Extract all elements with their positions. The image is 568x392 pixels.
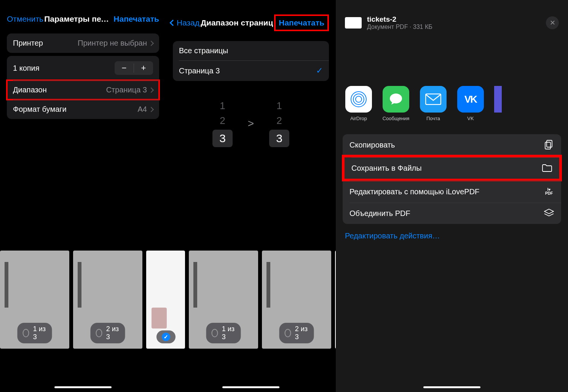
layers-icon (544, 209, 554, 218)
home-indicator (222, 386, 279, 388)
copies-label: 1 копия (13, 64, 40, 73)
svg-rect-5 (547, 140, 552, 147)
nav-bar-2: Назад Диапазон страниц Напечатать (166, 0, 336, 38)
airdrop-app[interactable]: AirDrop (345, 86, 372, 121)
thumbnail-badge-1[interactable]: 1 из 3 (18, 323, 52, 343)
file-name: tickets-2 (367, 15, 432, 24)
settings-card: 1 копия − + Диапазон Страница 3 Формат б… (7, 56, 159, 119)
svg-point-1 (353, 94, 364, 105)
chevron-left-icon (170, 20, 176, 26)
thumbnail-2b[interactable]: 2 из 3 (262, 251, 331, 349)
share-preview (336, 36, 568, 81)
paper-row[interactable]: Формат бумаги A4 (7, 100, 159, 119)
checkmark-icon: ✓ (316, 66, 323, 76)
range-label: Диапазон (13, 86, 47, 94)
mail-icon (420, 86, 447, 113)
cancel-button[interactable]: Отменить (7, 14, 43, 24)
messages-app[interactable]: Сообщения (382, 86, 410, 121)
share-header: tickets-2 Документ PDF · 331 КБ ✕ (336, 0, 568, 36)
home-indicator (54, 386, 112, 388)
unchecked-circle-icon (23, 329, 29, 337)
all-pages-label: Все страницы (179, 46, 228, 55)
back-button[interactable]: Назад (171, 18, 199, 27)
print-button-2[interactable]: Напечатать (274, 14, 329, 31)
copy-icon (544, 140, 554, 149)
stepper-minus-button[interactable]: − (115, 61, 134, 75)
print-button-1[interactable]: Напечатать (113, 14, 159, 24)
copies-stepper: − + (115, 61, 153, 75)
page-range-panel: Назад Диапазон страниц Напечатать Все ст… (166, 0, 336, 392)
range-row[interactable]: Диапазон Страница 3 (7, 80, 159, 100)
picker-from[interactable]: 1 2 3 (212, 100, 233, 147)
save-to-files-action[interactable]: Сохранить в Файлы (343, 156, 561, 181)
nav-title-2: Диапазон страниц (201, 18, 273, 27)
vk-icon: VK (457, 86, 484, 113)
printer-row[interactable]: Принтер Принтер не выбран (7, 33, 159, 53)
mail-app[interactable]: Почта (420, 86, 447, 121)
more-app[interactable] (494, 86, 502, 121)
range-picker[interactable]: 1 2 3 > 1 2 3 (166, 100, 336, 147)
printer-card: Принтер Принтер не выбран (7, 33, 159, 53)
svg-point-0 (356, 96, 362, 102)
thumbnail-1b[interactable]: 1 из 3 (189, 251, 258, 349)
svg-point-3 (390, 94, 402, 103)
home-indicator (423, 386, 480, 388)
file-thumbnail-icon (345, 17, 362, 29)
paper-value: A4 (138, 105, 153, 114)
printer-value: Принтер не выбран (78, 39, 153, 48)
page-thumbnails-1: 1 из 3 2 из 3 (0, 251, 166, 349)
merge-pdf-action[interactable]: Объединить PDF (343, 203, 561, 224)
page3-row[interactable]: Страница 3 ✓ (173, 60, 329, 81)
nav-bar-1: Отменить Параметры печ… Напечатать (0, 0, 166, 30)
copy-action[interactable]: Скопировать (343, 134, 561, 156)
svg-rect-6 (545, 142, 550, 149)
ilovepdf-icon: I♥PDF (544, 187, 554, 196)
paper-label: Формат бумаги (13, 105, 67, 114)
copies-row: 1 копия − + (7, 56, 159, 80)
all-pages-row[interactable]: Все страницы (173, 41, 329, 60)
vk-app[interactable]: VK VK (457, 86, 484, 121)
page3-label: Страница 3 (179, 67, 220, 75)
thumbnail-1[interactable]: 1 из 3 (0, 251, 69, 349)
thumbnail-sel[interactable]: ✓ (147, 251, 185, 349)
airdrop-icon (345, 86, 372, 113)
page-thumbnails-2: ✓ 1 из 3 2 из 3 (147, 251, 336, 349)
picker-separator: > (248, 117, 254, 130)
unchecked-circle-icon (96, 329, 102, 337)
chevron-right-icon (148, 40, 154, 46)
share-actions-list: Скопировать Сохранить в Файлы Редактиров… (343, 134, 561, 224)
edit-actions-link[interactable]: Редактировать действия… (336, 224, 568, 248)
range-select-card: Все страницы Страница 3 ✓ (173, 41, 329, 81)
share-apps-row: AirDrop Сообщения Почта VK VK (336, 81, 568, 126)
file-subtitle: Документ PDF · 331 КБ (367, 24, 432, 30)
share-sheet-panel: tickets-2 Документ PDF · 331 КБ ✕ AirDro… (336, 0, 568, 392)
chevron-right-icon (148, 87, 154, 92)
folder-icon (542, 163, 552, 173)
ilovepdf-action[interactable]: Редактировать с помощью iLovePDF I♥PDF (343, 181, 561, 203)
range-value: Страница 3 (106, 86, 153, 94)
thumbnail-2[interactable]: 2 из 3 (73, 251, 142, 349)
picker-to[interactable]: 1 2 3 (269, 100, 289, 147)
nav-title-1: Параметры печ… (44, 14, 113, 24)
close-button[interactable]: ✕ (546, 16, 559, 29)
checked-circle-icon: ✓ (162, 333, 170, 341)
printer-label: Принтер (13, 39, 43, 48)
messages-icon (383, 86, 409, 113)
print-options-panel: Отменить Параметры печ… Напечатать Принт… (0, 0, 166, 392)
svg-rect-4 (426, 94, 441, 105)
stepper-plus-button[interactable]: + (134, 61, 153, 75)
chevron-right-icon (148, 106, 154, 112)
